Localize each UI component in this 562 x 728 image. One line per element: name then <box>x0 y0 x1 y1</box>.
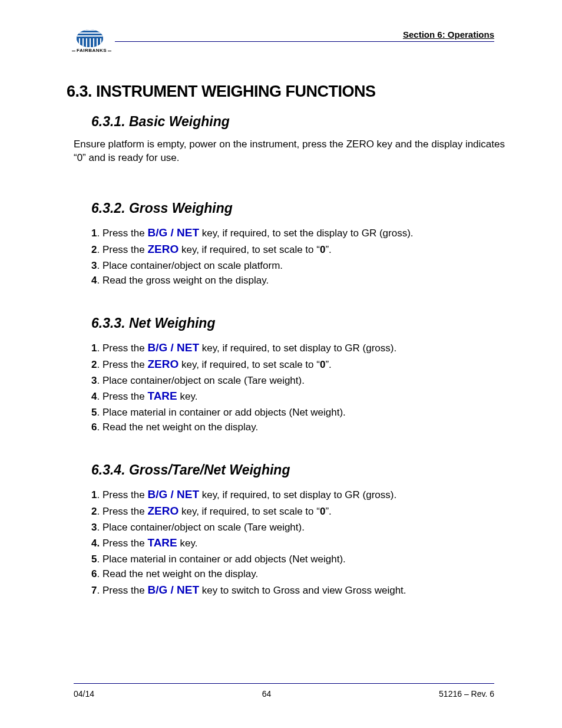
heading-6-3-2: 6.3.2. Gross Weighing <box>91 200 506 216</box>
list-item: 6. Read the net weight on the display. <box>91 420 506 435</box>
gross-tare-net-steps: 1. Press the B/G / NET key, if required,… <box>91 486 506 599</box>
footer-rule <box>74 683 494 684</box>
list-item: 2. Press the ZERO key, if required, to s… <box>91 356 506 373</box>
fairbanks-logo: FAIRBANKS <box>77 29 107 53</box>
list-item: 1. Press the B/G / NET key, if required,… <box>91 486 506 503</box>
list-item: 6. Read the net weight on the display. <box>91 566 506 582</box>
heading-6-3: 6.3. INSTRUMENT WEIGHING FUNCTIONS <box>67 83 506 101</box>
footer-revision: 51216 – Rev. 6 <box>439 689 494 699</box>
zero-key: ZERO <box>147 505 178 517</box>
zero-key: ZERO <box>147 243 178 255</box>
heading-6-3-3: 6.3.3. Net Weighing <box>91 315 506 331</box>
list-item: 1. Press the B/G / NET key, if required,… <box>91 340 506 357</box>
list-item: 2. Press the ZERO key, if required, to s… <box>91 503 506 520</box>
bg-net-key: B/G / NET <box>147 488 199 500</box>
bg-net-key: B/G / NET <box>147 584 199 596</box>
list-item: 3. Place container/object on scale (Tare… <box>91 520 506 535</box>
net-weighing-steps: 1. Press the B/G / NET key, if required,… <box>91 340 506 435</box>
gross-weighing-steps: 1. Press the B/G / NET key, if required,… <box>91 225 506 288</box>
heading-6-3-4: 6.3.4. Gross/Tare/Net Weighing <box>91 462 506 478</box>
bg-net-key: B/G / NET <box>147 226 199 239</box>
list-item: 4. Press the TARE key. <box>91 388 506 405</box>
logo-text: FAIRBANKS <box>77 48 107 53</box>
list-item: 4. Press the TARE key. <box>91 535 506 552</box>
footer-date: 04/14 <box>74 689 94 699</box>
section-header-label: Section 6: Operations <box>403 29 494 39</box>
list-item: 3. Place container/object on scale platf… <box>91 258 506 274</box>
list-item: 4. Read the gross weight on the display. <box>91 273 506 288</box>
zero-key: ZERO <box>147 358 178 370</box>
list-item: 7. Press the B/G / NET key to switch to … <box>91 582 506 599</box>
heading-6-3-1: 6.3.1. Basic Weighing <box>91 114 506 130</box>
tare-key: TARE <box>147 390 177 402</box>
list-item: 2. Press the ZERO key, if required, to s… <box>91 241 506 258</box>
bg-net-key: B/G / NET <box>147 341 199 354</box>
list-item: 1. Press the B/G / NET key, if required,… <box>91 225 506 242</box>
list-item: 3. Place container/object on scale (Tare… <box>91 373 506 388</box>
globe-icon <box>77 29 103 47</box>
tare-key: TARE <box>147 536 177 549</box>
page-number: 64 <box>262 689 272 699</box>
basic-weighing-text: Ensure platform is empty, power on the i… <box>74 138 506 165</box>
header-rule <box>115 41 494 42</box>
list-item: 5. Place material in container or add ob… <box>91 405 506 420</box>
page-footer: 04/14 64 51216 – Rev. 6 <box>74 689 494 699</box>
list-item: 5. Place material in container or add ob… <box>91 552 506 567</box>
